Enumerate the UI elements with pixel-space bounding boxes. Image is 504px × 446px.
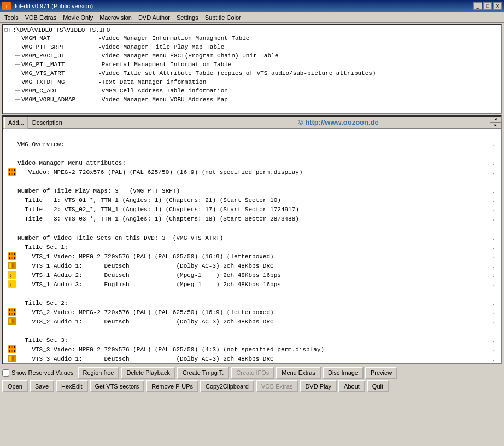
dot: .: [491, 168, 497, 177]
svg-rect-32: [9, 346, 10, 348]
dvd-play-button[interactable]: DVD Play: [300, 380, 337, 392]
content-line: [7, 327, 497, 336]
dot: .: [491, 187, 497, 196]
button-row-1: Show Reserved Values Region free Delete …: [2, 367, 502, 379]
line-text: Video: MPEG-2 720x576 (PAL) (PAL 625/50)…: [17, 168, 303, 177]
svg-rect-5: [11, 173, 13, 175]
add-button[interactable]: Add...: [4, 117, 28, 129]
content-line: [7, 224, 497, 233]
bottom-area: Show Reserved Values Region free Delete …: [0, 366, 504, 395]
tree-item-name: VMG_VTS_ATRT: [21, 69, 98, 78]
get-vts-sectors-button[interactable]: Get VTS sectors: [90, 380, 145, 392]
svg-rect-8: [9, 253, 10, 255]
content-line: Number of Video Title Sets on this DVD: …: [7, 234, 497, 243]
line-text: Title 2: VTS_02_*, TTN_1 (Angles: 1) (Ch…: [17, 205, 299, 215]
dot: .: [491, 336, 497, 345]
content-line: Number of Title Play Maps: 3 (VMG_PTT_SR…: [7, 187, 497, 196]
content-line: Title 2: VTS_02_*, TTN_1 (Angles: 1) (Ch…: [7, 205, 497, 215]
svg-rect-3: [14, 169, 15, 171]
button-row-2: Open Save HexEdit Get VTS sectors Remove…: [2, 380, 502, 392]
menu-settings[interactable]: Settings: [173, 12, 202, 22]
hex-edit-button[interactable]: HexEdit: [56, 380, 88, 392]
create-tmpg-button[interactable]: Create Tmpg T.: [177, 367, 229, 379]
disc-image-button[interactable]: Disc Image: [323, 367, 364, 379]
line-text: VTS_1 Video: MPEG-2 720x576 (PAL) (PAL 6…: [17, 252, 274, 262]
svg-rect-26: [11, 313, 13, 315]
tree-expand-icon[interactable]: ⊟: [4, 26, 8, 34]
svg-rect-37: [14, 350, 15, 352]
svg-rect-25: [9, 313, 10, 315]
copy2clipboard-button[interactable]: Copy2Clipboard: [200, 380, 254, 392]
preview-button[interactable]: Preview: [365, 367, 397, 379]
tree-item-vmg-ptl-mait[interactable]: ├─ VMG_PTL_MAIT -Parental Managment Info…: [13, 61, 500, 69]
main-content-area: Add... Description © http://www.oozoon.d…: [2, 115, 502, 364]
menu-vob-extras[interactable]: VOB Extras: [22, 12, 60, 22]
svg-rect-36: [11, 350, 13, 352]
content-line: [7, 149, 497, 159]
region-free-button[interactable]: Region free: [78, 367, 120, 379]
scroll-left-arrow[interactable]: ◄: [490, 117, 501, 123]
save-button[interactable]: Save: [30, 380, 54, 392]
tree-item-vmg-txtdt-mg[interactable]: ├─ VMG_TXTDT_MG -Text Data Manager infor…: [13, 78, 500, 87]
app-title: IfoEdit v0.971 (Public version): [13, 3, 473, 9]
remove-pups-button[interactable]: Remove P-UPs: [146, 380, 198, 392]
content-line: Title Set 2: .: [7, 299, 497, 308]
tree-item-name: VMGM_C_ADT: [21, 87, 98, 96]
line-text: VTS_3 Video: MPEG-2 720x576 (PAL) (PAL 6…: [17, 345, 324, 355]
minimize-button[interactable]: _: [473, 2, 482, 10]
line-text: Title Set 1:: [17, 243, 68, 252]
tree-item-vmgm-pgci-ut[interactable]: ├─ VMGM_PGCI_UT -Video Manager Menu PGCI…: [13, 52, 500, 61]
icon-cell: [7, 317, 17, 325]
menu-subtitle-color[interactable]: Subtitle Color: [202, 12, 244, 22]
menu-dvd-author[interactable]: DVD Author: [135, 12, 173, 22]
svg-rect-34: [14, 346, 15, 348]
scroll-right-arrow[interactable]: ►: [490, 123, 501, 128]
menu-movie-only[interactable]: Movie Only: [60, 12, 96, 22]
tree-item-vmg-ptt-srpt[interactable]: ├─ VMG_PTT_SRPT -Video Manager Title Pla…: [13, 43, 500, 52]
open-button[interactable]: Open: [2, 380, 28, 392]
delete-playback-button[interactable]: Delete Playback: [121, 367, 175, 379]
content-line: ♪ VTS_1 Audio 3: English (Mpeg-1 ) 2ch 4…: [7, 280, 497, 289]
close-button[interactable]: X: [493, 2, 502, 10]
line-text: VTS_2 Audio 1: Deutsch (Dolby AC-3) 2ch …: [17, 317, 274, 327]
svg-rect-27: [14, 313, 15, 315]
show-reserved-checkbox[interactable]: [2, 369, 9, 377]
line-text: [17, 131, 21, 140]
dot: .: [491, 234, 497, 243]
svg-rect-6: [14, 173, 15, 175]
svg-rect-33: [11, 346, 13, 348]
tree-item-desc: -Video Title set Attribute Table (copies…: [98, 69, 376, 78]
line-text: [17, 224, 21, 233]
line-text: Number of Video Title Sets on this DVD: …: [17, 234, 223, 243]
icon-cell: ♪: [7, 271, 17, 279]
menu-tools[interactable]: Tools: [1, 12, 22, 22]
tree-item-vmg-vts-atrt[interactable]: ├─ VMG_VTS_ATRT -Video Title set Attribu…: [13, 69, 500, 78]
tree-item-vmgm-mat[interactable]: ├─ VMGM_MAT -Video Manager Information M…: [13, 34, 500, 43]
dot: .: [491, 140, 497, 149]
line-text: Title Set 2:: [17, 299, 68, 308]
menu-macrovision[interactable]: Macrovision: [96, 12, 135, 22]
tree-item-name: VMG_PTL_MAIT: [21, 61, 98, 69]
tree-root-path[interactable]: F:\DVD\VIDEO_TS\VIDEO_TS.IFO: [9, 26, 110, 34]
about-button[interactable]: About: [338, 380, 365, 392]
content-line: VTS_3 Audio 1: Deutsch (Dolby AC-3) 2ch …: [7, 355, 497, 363]
quit-button[interactable]: Quit: [367, 380, 389, 392]
tree-item-vmgm-vobu-admap[interactable]: └─ VMGM_VOBU_ADMAP -Video Manager Menu V…: [13, 96, 500, 105]
icon-cell: [7, 168, 17, 176]
content-body[interactable]: VMG Overview: . Video Manager Menu attri…: [3, 129, 501, 363]
app-icon: i: [2, 2, 11, 10]
tree-item-vmgm-c-adt[interactable]: ├─ VMGM_C_ADT -VMGM Cell Address Table i…: [13, 87, 500, 96]
svg-rect-12: [11, 257, 13, 259]
watermark-text: © http://www.oozoon.de: [187, 118, 490, 126]
svg-text:♪: ♪: [9, 273, 12, 279]
menu-extras-button[interactable]: Menu Extras: [276, 367, 321, 379]
audio-mpeg-icon: ♪: [8, 280, 16, 288]
audio-dolby-icon: [8, 262, 16, 269]
svg-rect-30: [12, 319, 14, 323]
svg-rect-40: [12, 356, 14, 361]
menu-bar: Tools VOB Extras Movie Only Macrovision …: [0, 12, 504, 23]
window-controls[interactable]: _ □ X: [473, 2, 502, 10]
vob-extras-button: VOB Extras: [256, 380, 298, 392]
restore-button[interactable]: □: [483, 2, 492, 10]
line-text: Title 1: VTS_01_*, TTN_1 (Angles: 1) (Ch…: [17, 196, 281, 205]
